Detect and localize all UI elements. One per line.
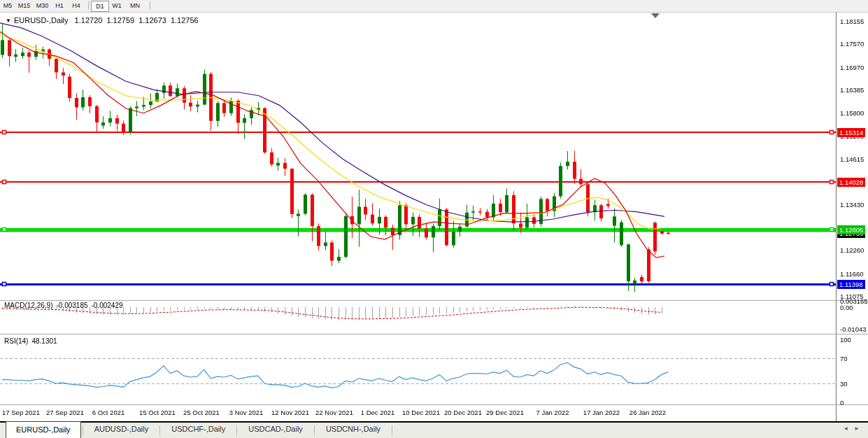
timeframe-button-m15[interactable]: M15 bbox=[15, 1, 33, 10]
date-label: 7 Jan 2022 bbox=[536, 409, 569, 416]
tab-separator bbox=[83, 425, 83, 435]
rsi-axis-label: 100 bbox=[840, 336, 851, 344]
chart-tab-audusd[interactable]: AUDUSD-,Daily bbox=[85, 423, 159, 438]
timeframe-button-w1[interactable]: W1 bbox=[109, 1, 124, 10]
rsi-value: 48.1301 bbox=[31, 337, 57, 345]
macd-name: MACD(12,26,9) bbox=[4, 302, 52, 309]
date-label: 3 Nov 2021 bbox=[229, 409, 264, 416]
date-label: 17 Jan 2022 bbox=[583, 409, 620, 416]
date-label: 10 Dec 2021 bbox=[402, 409, 440, 416]
price-axis-label: 1.11660 bbox=[840, 270, 864, 278]
timeframe-button-mn[interactable]: MN bbox=[126, 1, 144, 10]
chart-tab-usdcnh[interactable]: USDCNH-,Daily bbox=[316, 423, 390, 438]
price-axis-label: 1.18155 bbox=[840, 17, 864, 25]
rsi-axis-label: 30 bbox=[840, 380, 848, 388]
rsi-indicator-label: RSI(14)48.1301 bbox=[4, 337, 61, 345]
macd-pane-splitter[interactable] bbox=[0, 300, 868, 301]
rsi-name: RSI(14) bbox=[4, 337, 28, 345]
chart-tab-usdcad[interactable]: USDCAD-,Daily bbox=[239, 423, 313, 438]
date-axis-separator bbox=[0, 404, 868, 405]
price-axis-label: 1.13430 bbox=[840, 201, 864, 209]
price-axis-label: 1.15800 bbox=[840, 109, 864, 117]
date-label: 1 Dec 2021 bbox=[361, 409, 395, 416]
macd-axis-label: 0.00 bbox=[840, 304, 853, 311]
price-axis-label: 1.17570 bbox=[840, 40, 864, 48]
date-label: 6 Oct 2021 bbox=[92, 409, 124, 416]
rsi-axis-label: 0 bbox=[840, 399, 844, 407]
ohlc-close: 1.12756 bbox=[171, 16, 199, 24]
date-label: 22 Nov 2021 bbox=[315, 409, 353, 416]
price-chart-canvas[interactable] bbox=[0, 0, 868, 438]
tab-scroll-arrows: ◄► bbox=[843, 425, 865, 432]
tab-separator bbox=[314, 425, 315, 435]
price-axis-label: 1.16970 bbox=[840, 64, 864, 71]
price-level-badge-0: 1.15314 bbox=[837, 128, 865, 137]
macd-signal-value: -0.002429 bbox=[92, 302, 123, 309]
symbol-title: EURUSD-,Daily bbox=[14, 16, 69, 24]
date-label: 12 Nov 2021 bbox=[271, 409, 309, 416]
timeframe-toolbar: M5M15M30H1H4D1W1MN bbox=[0, 0, 868, 13]
toolbar-separator bbox=[150, 1, 150, 10]
date-label: 25 Oct 2021 bbox=[183, 409, 220, 416]
price-axis-label: 1.12260 bbox=[840, 246, 864, 254]
chart-legend: ▼EURUSD-,Daily 1.127201.127591.126731.12… bbox=[6, 16, 203, 26]
chart-tab-eurusd[interactable]: EURUSD-,Daily bbox=[6, 421, 81, 438]
ohlc-open: 1.12720 bbox=[75, 16, 103, 24]
tab-separator bbox=[392, 425, 392, 435]
rsi-pane-splitter[interactable] bbox=[0, 334, 868, 334]
rsi-axis-label: 70 bbox=[840, 355, 848, 362]
timeframe-button-m30[interactable]: M30 bbox=[34, 1, 51, 10]
price-level-badge-1: 1.14028 bbox=[837, 178, 865, 187]
timeframe-button-d1[interactable]: D1 bbox=[91, 1, 109, 12]
tab-scroll-left-icon[interactable]: ◄ bbox=[843, 425, 854, 432]
tab-scroll-right-icon[interactable]: ► bbox=[854, 425, 865, 432]
ohlc-high: 1.12759 bbox=[106, 16, 134, 24]
timeframe-button-h1[interactable]: H1 bbox=[52, 1, 67, 10]
date-label: 27 Sep 2021 bbox=[46, 409, 84, 416]
macd-indicator-label: MACD(12,26,9)-0.003185-0.002429 bbox=[4, 302, 127, 309]
date-label: 20 Dec 2021 bbox=[444, 409, 482, 416]
price-level-badge-3: 1.11398 bbox=[837, 280, 865, 289]
date-label: 29 Dec 2021 bbox=[486, 409, 524, 416]
date-label: 15 Oct 2021 bbox=[139, 409, 176, 416]
date-label: 17 Sep 2021 bbox=[2, 409, 40, 416]
macd-main-value: -0.003185 bbox=[56, 302, 87, 309]
price-axis-label: 1.16385 bbox=[840, 86, 864, 94]
chart-tab-bar: EURUSD-,DailyAUDUSD-,DailyUSDCHF-,DailyU… bbox=[0, 423, 868, 438]
price-level-badge-2: 1.12805 bbox=[837, 225, 865, 234]
toolbar-separator bbox=[88, 1, 89, 10]
date-label: 26 Jan 2022 bbox=[629, 409, 666, 416]
symbol-dropdown-icon[interactable]: ▼ bbox=[6, 17, 11, 24]
price-axis-separator bbox=[836, 12, 837, 421]
price-axis-label: 1.14615 bbox=[840, 155, 864, 163]
chart-tab-usdchf[interactable]: USDCHF-,Daily bbox=[162, 423, 235, 438]
tab-separator bbox=[159, 425, 160, 435]
timeframe-button-h4[interactable]: H4 bbox=[69, 1, 84, 10]
ohlc-low: 1.12673 bbox=[138, 16, 166, 24]
tab-separator bbox=[236, 425, 237, 435]
timeframe-button-m5[interactable]: M5 bbox=[1, 1, 15, 10]
trading-terminal-window: M5M15M30H1H4D1W1MN ▼EURUSD-,Daily 1.1272… bbox=[0, 0, 868, 438]
macd-axis-label: -0.01043 bbox=[840, 325, 867, 333]
